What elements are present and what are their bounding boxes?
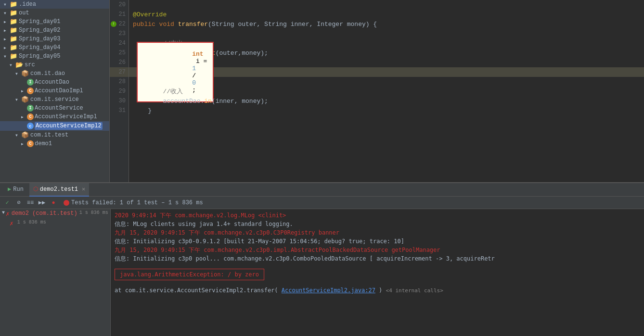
- code-line-30: accountDao . in (inner, money);: [129, 96, 644, 106]
- line-numbers: 20 21 ↑ 22 23 24 25 26 27 28 29 30 31: [110, 0, 129, 182]
- folder-icon: 📁: [10, 27, 17, 34]
- sidebar-item-label: Spring_day03: [19, 36, 60, 42]
- tab-demo2test1[interactable]: ⬡ demo2.test1 ✕: [29, 183, 89, 197]
- sidebar-item-account-service[interactable]: I AccountService: [0, 104, 109, 112]
- sidebar-item-label: src: [25, 62, 35, 68]
- code-line-27: int i = 1 / 0 ;: [129, 67, 644, 77]
- log-text-4: 九月 15, 2020 9:49:15 下午 com.mchange.v2.c3…: [115, 247, 440, 253]
- tab-run-label: Run: [13, 186, 24, 193]
- kw-int: int: [192, 50, 203, 58]
- code-line-22: public void transfer ( String outer, Str…: [129, 19, 644, 29]
- stack-trace-link[interactable]: AccountServiceImpl2.java:27: [282, 287, 375, 294]
- type-string1: String: [212, 21, 234, 28]
- sidebar-item-label: com.it.service: [30, 96, 79, 103]
- sidebar: 📁 .idea 📁 out 📁 Spring_day01 📁 Spring_da…: [0, 0, 110, 182]
- sidebar-item-com-it-test[interactable]: 📦 com.it.test: [0, 131, 109, 139]
- arrow-icon: [15, 133, 21, 138]
- class-badge: C: [27, 140, 34, 147]
- code-content: 20 21 ↑ 22 23 24 25 26 27 28 29 30 31: [110, 0, 644, 182]
- sidebar-item-label: AccountService: [35, 105, 83, 112]
- sidebar-item-account-service-impl[interactable]: C AccountServiceImpl: [0, 112, 109, 121]
- sidebar-item-account-dao-impl[interactable]: C AccountDaoImpl: [0, 87, 109, 95]
- package-icon: 📦: [21, 132, 29, 138]
- log-area: 2020 9:49:14 下午 com.mchange.v2.log.MLog …: [111, 209, 644, 336]
- toolbar-check-btn[interactable]: ✓: [2, 198, 13, 208]
- paren-open: (: [208, 21, 212, 28]
- toolbar-run-all-btn[interactable]: ▶▶: [37, 198, 47, 208]
- line-num-27: 27: [110, 67, 129, 77]
- tree-expand-icon: ▼: [2, 210, 5, 215]
- spacer: [21, 124, 27, 129]
- log-spacer2: [115, 282, 640, 286]
- sidebar-item-spring-day05[interactable]: 📁 Spring_day05: [0, 52, 109, 61]
- log-line-2: 九月 15, 2020 9:49:15 下午 com.mchange.v2.c3…: [115, 228, 640, 237]
- breakpoint-icon: ↑: [111, 21, 116, 27]
- sidebar-item-idea[interactable]: 📁 .idea: [0, 0, 109, 9]
- sidebar-item-com-it-service[interactable]: 📦 com.it.service: [0, 95, 109, 104]
- sidebar-item-out[interactable]: 📁 out: [0, 9, 109, 17]
- log-text-5: 信息: Initializing c3p0 pool... com.mchang…: [115, 255, 495, 262]
- log-text-3: 信息: Initializing c3p0-0.9.1.2 [built 21-…: [115, 238, 404, 245]
- test-tree: ▼ ✗ demo2 (com.it.test) 1 s 836 ms ✗ 1 s…: [0, 209, 111, 336]
- line-num-20: 20: [110, 0, 129, 10]
- spacer: [21, 80, 27, 85]
- line-num-25: 25: [110, 48, 129, 58]
- sidebar-item-spring-day01[interactable]: 📁 Spring_day01: [0, 17, 109, 26]
- sidebar-item-spring-day03[interactable]: 📁 Spring_day03: [0, 35, 109, 43]
- exception-text: java.lang.ArithmeticException: / by zero: [120, 271, 259, 278]
- log-text-2: 九月 15, 2020 9:49:15 下午 com.mchange.v2.c3…: [115, 229, 339, 236]
- sidebar-item-spring-day04[interactable]: 📁 Spring_day04: [0, 43, 109, 52]
- code-line-21: @Override: [129, 10, 644, 19]
- arrow-icon: [4, 28, 10, 33]
- tree-item-demo2[interactable]: ▼ ✗ demo2 (com.it.test) 1 s 836 ms: [0, 209, 110, 219]
- sidebar-item-label: AccountDaoImpl: [35, 87, 83, 94]
- top-section: 📁 .idea 📁 out 📁 Spring_day01 📁 Spring_da…: [0, 0, 644, 182]
- arrow-icon: [21, 141, 27, 147]
- tab-run[interactable]: ▶ Run: [4, 183, 27, 197]
- tab-close-icon[interactable]: ✕: [82, 186, 85, 193]
- toolbar-stop-btn[interactable]: ⊘: [13, 198, 24, 208]
- line-num-28: 28: [110, 77, 129, 87]
- log-line-4: 九月 15, 2020 9:49:15 下午 com.mchange.v2.c3…: [115, 246, 640, 254]
- kw-public: public: [133, 21, 159, 28]
- test-fail-icon: ✗: [6, 210, 10, 218]
- log-line-1: 信息: MLog clients using java 1.4+ standar…: [115, 220, 640, 228]
- line-num-26: 26: [110, 58, 129, 67]
- log-line-0: 2020 9:49:14 下午 com.mchange.v2.log.MLog …: [115, 211, 640, 220]
- sidebar-item-label: demo1: [35, 140, 52, 147]
- at-prefix: at com.it.service.AccountServiceImpl2.tr…: [115, 287, 278, 294]
- sidebar-item-account-service-impl2[interactable]: C AccountServiceImpl2: [0, 121, 109, 131]
- arrow-icon: [15, 97, 21, 102]
- folder-icon: 📁: [10, 1, 17, 8]
- sidebar-item-label: Spring_day05: [19, 53, 60, 60]
- sidebar-item-label: AccountDao: [35, 79, 69, 86]
- tab-demo2test1-label: demo2.test1: [40, 186, 78, 193]
- arrow-icon: [4, 54, 10, 59]
- line-num-23: 23: [110, 29, 129, 38]
- at-suffix: ): [379, 287, 382, 294]
- tree-item-time: 1 s 836 ms: [79, 210, 108, 215]
- sidebar-item-demo1[interactable]: C demo1: [0, 139, 109, 148]
- main-container: 📁 .idea 📁 out 📁 Spring_day01 📁 Spring_da…: [0, 0, 644, 336]
- test-fail-sub-icon: ✗: [10, 220, 13, 227]
- toolbar-rerun-btn[interactable]: ≡≡: [25, 198, 36, 208]
- log-text-0: 2020 9:49:14 下午 com.mchange.v2.log.MLog …: [115, 212, 286, 219]
- sidebar-item-com-it-dao[interactable]: 📦 com.it.dao: [0, 69, 109, 78]
- sidebar-item-account-dao[interactable]: I AccountDao: [0, 78, 109, 87]
- sidebar-item-src[interactable]: 📂 src: [0, 61, 109, 69]
- sidebar-item-spring-day02[interactable]: 📁 Spring_day02: [0, 26, 109, 35]
- interface-badge: I: [27, 79, 34, 86]
- comment-in: //收入: [133, 87, 183, 96]
- line-num-24: 24: [110, 38, 129, 48]
- interface-badge: I: [27, 105, 34, 112]
- arrow-icon: [4, 45, 10, 50]
- folder-icon: 📁: [10, 10, 17, 16]
- log-line-3: 信息: Initializing c3p0-0.9.1.2 [built 21-…: [115, 237, 640, 246]
- toolbar-record-btn[interactable]: ●: [48, 198, 59, 208]
- sidebar-item-label: com.it.test: [30, 132, 68, 138]
- method-transfer: transfer: [178, 21, 208, 28]
- test-status: Tests failed: 1 of 1 test – 1 s 836 ms: [64, 199, 203, 206]
- tree-sub-item[interactable]: ✗ 1 s 836 ms: [0, 219, 110, 228]
- code-line-23: [129, 29, 644, 38]
- tree-item-label: demo2 (com.it.test): [12, 210, 77, 217]
